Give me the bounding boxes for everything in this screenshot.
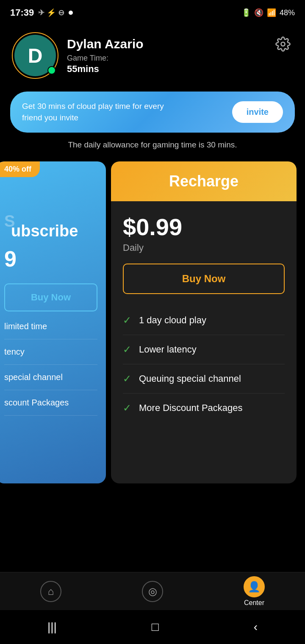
online-status-dot xyxy=(47,66,56,75)
center-label: Center xyxy=(244,599,264,607)
recharge-buy-button[interactable]: Buy Now xyxy=(123,264,285,294)
invite-banner-text: Get 30 mins of cloud play time for every… xyxy=(22,101,170,123)
avatar-initial: D xyxy=(28,44,43,67)
check-icon-2: ✓ xyxy=(123,344,131,355)
game-time-value: 55mins xyxy=(67,64,264,75)
recharge-feature-1: ✓ 1 day cloud play xyxy=(123,306,285,335)
check-icon-3: ✓ xyxy=(123,373,131,385)
subscribe-buy-button[interactable]: Buy Now xyxy=(4,283,97,311)
recharge-feature-text-3: Queuing special channel xyxy=(139,373,241,384)
mute-icon: 🔇 xyxy=(254,8,263,17)
profile-name: Dylan Azario xyxy=(67,37,264,51)
status-right-icons: 🔋 🔇 📶 48% xyxy=(241,8,295,17)
discount-badge: 40% off xyxy=(0,161,40,177)
recharge-feature-3: ✓ Queuing special channel xyxy=(123,364,285,394)
nav-center[interactable]: 👤 Center xyxy=(244,576,265,607)
subscribe-feature-4: scount Packages xyxy=(4,398,97,416)
svg-point-0 xyxy=(281,42,285,46)
profile-header: D Dylan Azario Game Time: 55mins xyxy=(0,24,305,87)
recharge-feature-4: ✓ More Discount Packages xyxy=(123,394,285,422)
game-time-label: Game Time: xyxy=(67,54,264,63)
recharge-header: Recharge xyxy=(111,161,297,201)
recharge-feature-text-2: Lower latency xyxy=(139,344,197,355)
recharge-price: $0.99 xyxy=(123,213,285,241)
back-button[interactable]: ‹ xyxy=(254,620,258,634)
recharge-period: Daily xyxy=(123,242,285,253)
subscribe-features-list: limited time tency special channel scoun… xyxy=(0,317,106,420)
subscribe-feature-2: tency xyxy=(4,347,97,365)
explore-icon[interactable]: ◎ xyxy=(142,581,163,602)
home-icon[interactable]: ⌂ xyxy=(40,581,61,602)
recharge-features-list: ✓ 1 day cloud play ✓ Lower latency ✓ Que… xyxy=(123,306,285,422)
time-display: 17:39 xyxy=(10,7,34,18)
recharge-feature-text-4: More Discount Packages xyxy=(139,402,243,414)
battery-level: 48% xyxy=(280,8,295,17)
invite-banner: Get 30 mins of cloud play time for every… xyxy=(10,92,295,133)
subscribe-price: 9 xyxy=(0,246,106,272)
recharge-feature-2: ✓ Lower latency xyxy=(123,335,285,364)
home-button[interactable]: □ xyxy=(152,620,159,634)
recharge-card: Recharge $0.99 Daily Buy Now ✓ 1 day clo… xyxy=(111,161,297,483)
check-icon-1: ✓ xyxy=(123,314,131,326)
recents-button[interactable]: ||| xyxy=(47,620,57,634)
profile-info: Dylan Azario Game Time: 55mins xyxy=(67,37,264,75)
system-nav: ||| □ ‹ xyxy=(0,610,305,644)
recharge-body: $0.99 Daily Buy Now ✓ 1 day cloud play ✓… xyxy=(111,201,297,434)
avatar-wrapper: D xyxy=(12,32,58,79)
subscribe-card: 40% off S ubscribe 9 Buy Now limited tim… xyxy=(0,161,106,483)
recharge-title: Recharge xyxy=(123,172,285,190)
recharge-feature-text-1: 1 day cloud play xyxy=(139,315,206,326)
center-icon[interactable]: 👤 xyxy=(244,576,265,597)
bottom-navigation: ⌂ ◎ 👤 Center xyxy=(0,572,305,610)
check-icon-4: ✓ xyxy=(123,402,131,414)
subscribe-price-value: 9 xyxy=(4,247,17,271)
status-time: 17:39 ✈ ⚡ ⊖ xyxy=(10,7,73,18)
invite-button[interactable]: invite xyxy=(232,101,283,123)
status-icons-left: ✈ ⚡ ⊖ xyxy=(38,8,64,17)
subscribe-feature-3: special channel xyxy=(4,372,97,390)
notification-dot xyxy=(69,11,73,15)
status-bar: 17:39 ✈ ⚡ ⊖ 🔋 🔇 📶 48% xyxy=(0,0,305,24)
nav-home[interactable]: ⌂ xyxy=(40,581,61,602)
wifi-icon: 📶 xyxy=(267,8,276,17)
pricing-cards: 40% off S ubscribe 9 Buy Now limited tim… xyxy=(0,161,305,483)
settings-button[interactable] xyxy=(273,34,293,54)
daily-allowance-text: The daily allowance for gaming time is 3… xyxy=(0,140,305,150)
subscribe-feature-1: limited time xyxy=(4,322,97,339)
battery-icon: 🔋 xyxy=(241,8,251,17)
nav-explore[interactable]: ◎ xyxy=(142,581,163,602)
